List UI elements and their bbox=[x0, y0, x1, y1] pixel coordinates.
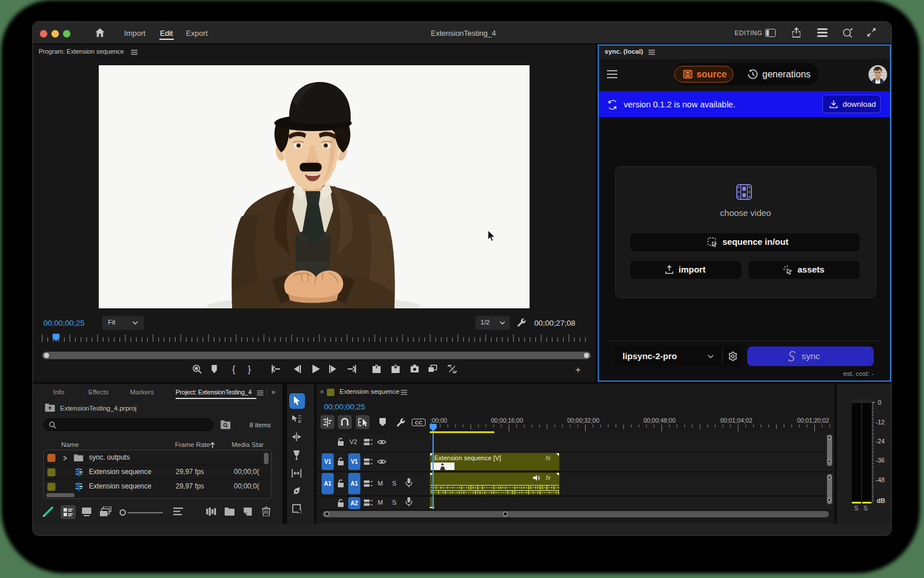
svg-text:+: + bbox=[575, 364, 581, 375]
svg-text:{: { bbox=[232, 364, 236, 374]
svg-text:}: } bbox=[248, 364, 251, 374]
